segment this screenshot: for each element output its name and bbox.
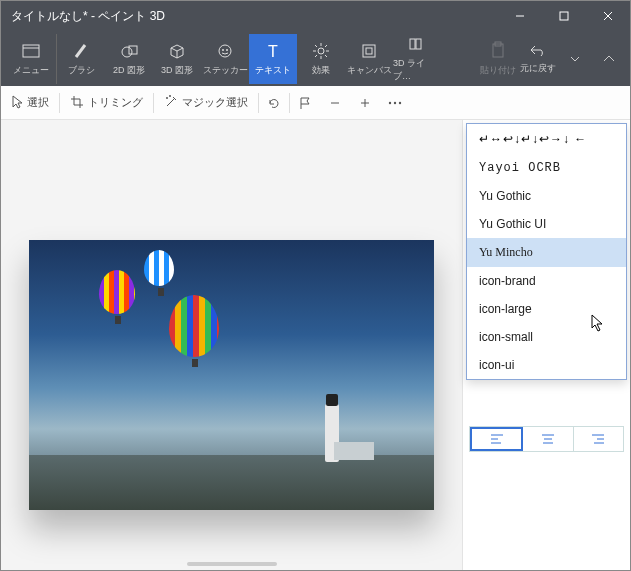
align-center-button[interactable] bbox=[523, 427, 573, 451]
titlebar: タイトルなし* - ペイント 3D bbox=[1, 1, 630, 31]
close-button[interactable] bbox=[586, 1, 630, 31]
font-option[interactable]: Yu Gothic bbox=[467, 182, 626, 210]
history-dropdown[interactable] bbox=[558, 31, 592, 86]
canvas-tool[interactable]: キャンバス bbox=[345, 34, 393, 84]
effects-icon bbox=[312, 41, 330, 61]
menu-button[interactable]: メニュー bbox=[5, 34, 57, 84]
text-align-group bbox=[469, 426, 624, 452]
minimize-button[interactable] bbox=[498, 1, 542, 31]
magic-icon bbox=[164, 95, 178, 111]
brush-tool[interactable]: ブラシ bbox=[57, 34, 105, 84]
effects-label: 効果 bbox=[312, 64, 330, 77]
horizontal-scrollbar[interactable] bbox=[187, 562, 277, 566]
crop-icon bbox=[70, 95, 84, 111]
canvas-image bbox=[29, 240, 434, 510]
font-option-selected[interactable]: Yu Mincho bbox=[467, 238, 626, 267]
svg-point-32 bbox=[389, 101, 391, 103]
shapes3d-label: 3D 図形 bbox=[161, 64, 193, 77]
sticker-label: ステッカー bbox=[203, 64, 248, 77]
canvas-label: キャンバス bbox=[347, 64, 392, 77]
crop-label: トリミング bbox=[88, 95, 143, 110]
svg-line-18 bbox=[325, 55, 327, 57]
zoom-out-button[interactable] bbox=[320, 97, 350, 109]
maximize-button[interactable] bbox=[542, 1, 586, 31]
house-icon bbox=[334, 442, 374, 460]
balloon-icon bbox=[144, 250, 174, 286]
sticker-tool[interactable]: ステッカー bbox=[201, 34, 249, 84]
lib3d-icon bbox=[408, 34, 426, 54]
svg-line-17 bbox=[315, 45, 317, 47]
paste-label: 貼り付け bbox=[480, 64, 516, 77]
font-option[interactable]: icon-brand bbox=[467, 267, 626, 295]
svg-rect-1 bbox=[560, 12, 568, 20]
balloon-icon bbox=[169, 295, 219, 357]
svg-rect-23 bbox=[410, 39, 415, 49]
font-option[interactable]: icon-small bbox=[467, 323, 626, 351]
magic-label: マジック選択 bbox=[182, 95, 248, 110]
selection-toolbar: 選択 トリミング マジック選択 bbox=[1, 86, 630, 120]
font-dropdown[interactable]: ↵↔↩↓↵↓↩→↓ ← Yayoi OCRB Yu Gothic Yu Goth… bbox=[466, 123, 627, 380]
svg-point-34 bbox=[399, 101, 401, 103]
svg-point-9 bbox=[222, 49, 224, 51]
font-option-symbols[interactable]: ↵↔↩↓↵↓↩→↓ ← bbox=[467, 124, 626, 154]
svg-rect-22 bbox=[366, 48, 372, 54]
zoom-in-button[interactable] bbox=[350, 97, 380, 109]
rotate-button[interactable] bbox=[259, 96, 289, 110]
font-option[interactable]: icon-large bbox=[467, 295, 626, 323]
magic-select-tool[interactable]: マジック選択 bbox=[154, 86, 258, 120]
font-option[interactable]: icon-ui bbox=[467, 351, 626, 379]
svg-line-20 bbox=[315, 55, 317, 57]
font-option[interactable]: Yayoi OCRB bbox=[467, 154, 626, 182]
menu-icon bbox=[22, 41, 40, 61]
body: ↵↔↩↓↵↓↩→↓ ← Yayoi OCRB Yu Gothic Yu Goth… bbox=[1, 120, 630, 570]
ribbon: メニュー ブラシ 2D 図形 3D 図形 ステッカー T テキスト 効果 キャン bbox=[1, 31, 630, 86]
menu-label: メニュー bbox=[13, 64, 49, 77]
brush-icon bbox=[73, 41, 89, 61]
sticker-icon bbox=[217, 41, 233, 61]
svg-point-33 bbox=[394, 101, 396, 103]
svg-point-27 bbox=[166, 97, 168, 99]
svg-rect-21 bbox=[363, 45, 375, 57]
app-window: タイトルなし* - ペイント 3D メニュー ブラシ 2D 図形 3D 図形 ス… bbox=[0, 0, 631, 571]
shapes2d-label: 2D 図形 bbox=[113, 64, 145, 77]
undo-button[interactable]: 元に戻す bbox=[518, 43, 558, 75]
undo-label: 元に戻す bbox=[520, 62, 556, 75]
svg-point-12 bbox=[318, 48, 324, 54]
lib3d-tool[interactable]: 3D ライブ… bbox=[393, 34, 441, 84]
shapes2d-icon bbox=[120, 41, 138, 61]
canvas-area[interactable] bbox=[1, 120, 462, 570]
svg-point-8 bbox=[219, 45, 231, 57]
text-label: テキスト bbox=[255, 64, 291, 77]
svg-rect-24 bbox=[416, 39, 421, 49]
flag-button[interactable] bbox=[290, 96, 320, 110]
more-button[interactable] bbox=[380, 101, 410, 105]
lib3d-label: 3D ライブ… bbox=[393, 57, 441, 83]
align-right-button[interactable] bbox=[574, 427, 623, 451]
text-side-panel: ↵↔↩↓↵↓↩→↓ ← Yayoi OCRB Yu Gothic Yu Goth… bbox=[462, 120, 630, 570]
svg-text:T: T bbox=[268, 43, 278, 59]
svg-line-19 bbox=[325, 45, 327, 47]
effects-tool[interactable]: 効果 bbox=[297, 34, 345, 84]
align-left-button[interactable] bbox=[470, 427, 523, 451]
svg-point-6 bbox=[122, 47, 132, 57]
balloon-icon bbox=[99, 270, 135, 314]
select-tool[interactable]: 選択 bbox=[1, 86, 59, 120]
select-label: 選択 bbox=[27, 95, 49, 110]
text-tool[interactable]: T テキスト bbox=[249, 34, 297, 84]
collapse-ribbon[interactable] bbox=[592, 31, 626, 86]
shapes3d-icon bbox=[168, 41, 186, 61]
canvas-icon bbox=[361, 41, 377, 61]
brush-label: ブラシ bbox=[68, 64, 95, 77]
svg-point-10 bbox=[226, 49, 228, 51]
crop-tool[interactable]: トリミング bbox=[60, 86, 153, 120]
paste-icon bbox=[490, 41, 506, 61]
cursor-icon bbox=[11, 95, 23, 111]
shapes2d-tool[interactable]: 2D 図形 bbox=[105, 34, 153, 84]
undo-icon bbox=[529, 43, 547, 59]
shapes3d-tool[interactable]: 3D 図形 bbox=[153, 34, 201, 84]
text-icon: T bbox=[265, 41, 281, 61]
svg-rect-4 bbox=[23, 45, 39, 57]
font-option[interactable]: Yu Gothic UI bbox=[467, 210, 626, 238]
svg-rect-7 bbox=[129, 46, 137, 54]
paste-button[interactable]: 貼り付け bbox=[478, 41, 518, 77]
